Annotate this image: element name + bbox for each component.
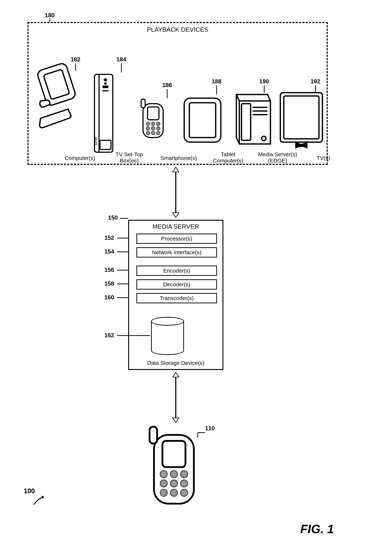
svg-point-40 [171,480,178,487]
svg-point-15 [146,127,150,130]
device-computer-label: Computer(s) [56,155,104,161]
component-encoder: Encoder(s) [136,266,217,276]
svg-point-38 [180,471,188,478]
svg-point-6 [105,83,106,84]
data-storage-label: Data Storage Device(s) [129,360,222,366]
device-edge-label: Media Server(s) (EDGE) [252,151,303,164]
svg-point-18 [146,131,150,135]
ref-180: 180 [45,12,55,19]
ref-154: 154 [104,248,114,255]
svg-rect-22 [189,103,216,138]
component-transcoder: Transcoder(s) [136,293,217,303]
ref-182: 182 [71,56,80,63]
ref-192: 192 [310,78,320,85]
svg-rect-26 [242,104,251,140]
media-server-box: MEDIA SERVER Processor(s) Network Interf… [128,220,223,370]
device-tablet [180,95,224,151]
ref-186: 186 [162,82,172,89]
device-tv-label: TV(s) [305,155,342,161]
ref-188: 188 [212,78,221,85]
svg-point-16 [151,127,155,130]
playback-devices-box: PLAYBACK DEVICES 182 Computer(s) [27,22,328,165]
svg-point-41 [180,480,188,487]
device-smartphone [133,96,173,151]
tablet-icon [182,95,223,146]
svg-point-37 [171,471,178,478]
ref-100: 100 [24,487,35,495]
tv-icon [278,89,325,151]
arrow-server-to-capture [168,372,183,423]
ref-184: 184 [116,56,126,63]
media-server-title: MEDIA SERVER [129,223,222,230]
svg-rect-34 [162,441,186,467]
device-tv [278,89,325,153]
svg-point-5 [104,79,106,81]
ref-156: 156 [104,267,114,273]
svg-point-13 [151,122,155,126]
device-settop-label: TV Set-Top Box(es) [106,151,153,164]
component-network: Network Interface(s) [136,247,217,258]
svg-point-14 [156,122,160,126]
capture-device [145,425,207,511]
component-decoder-label: Decoder(s) [163,281,190,287]
svg-point-39 [160,480,167,487]
ref-162: 162 [104,332,114,339]
component-decoder: Decoder(s) [136,279,217,290]
svg-point-36 [160,471,167,478]
component-network-label: Network Interface(s) [152,249,201,255]
svg-point-44 [180,489,188,496]
svg-rect-7 [103,86,108,88]
svg-point-20 [156,131,160,135]
computer-icon [37,56,74,133]
ref-158: 158 [104,280,114,287]
device-settop: 12:00 [80,74,129,153]
svg-rect-35 [150,427,157,444]
svg-point-42 [160,489,167,496]
component-transcoder-label: Transcoder(s) [160,295,194,301]
svg-point-12 [146,122,150,126]
figure-label: FIG. 1 [300,522,334,536]
data-storage-cylinder-icon [151,317,184,353]
ref-160: 160 [104,294,114,301]
svg-rect-32 [284,96,319,139]
device-tablet-label: Tablet Computer(s) [204,151,252,164]
server-tower-icon [231,89,271,148]
arrow-server-to-playback [168,167,183,218]
svg-rect-10 [147,107,159,120]
component-processor-label: Processor(s) [161,236,192,242]
ref-152: 152 [104,234,114,241]
ref-110: 110 [205,425,215,432]
ref-190: 190 [259,78,269,85]
playback-devices-title: PLAYBACK DEVICES [29,26,327,33]
device-smartphone-label: Smartphone(s) [155,155,203,161]
smartphone-icon [139,96,168,144]
svg-point-19 [151,131,155,135]
ref-150: 150 [108,214,118,221]
ref-100-arrow-icon [33,495,48,506]
settop-clock: 12:00 [94,137,98,145]
svg-rect-11 [141,99,145,108]
device-computer [32,52,78,155]
component-processor: Processor(s) [136,234,217,244]
svg-point-43 [171,489,178,496]
svg-rect-4 [100,140,111,149]
svg-point-30 [262,136,266,141]
device-edge-server [228,89,274,153]
svg-point-17 [156,127,160,130]
capture-smartphone-icon [145,425,203,509]
component-encoder-label: Encoder(s) [163,268,190,274]
